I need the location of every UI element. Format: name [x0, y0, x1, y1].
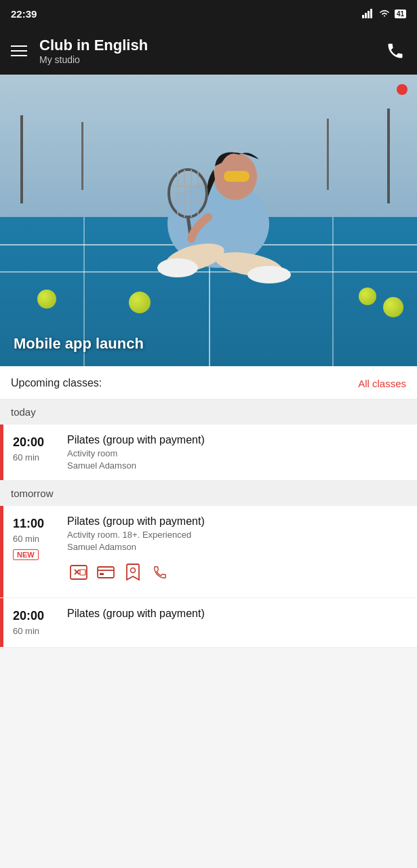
tennis-ball-3 [359, 288, 376, 305]
status-time: 22:39 [11, 8, 37, 20]
class-info-20[interactable]: Pilates (group with payment) [64, 598, 417, 647]
class-info-11[interactable]: Pilates (group with payment) Activity ro… [64, 506, 417, 597]
all-classes-link[interactable]: All classes [358, 378, 406, 389]
app-title: Club in English [39, 37, 384, 54]
class-actions [67, 558, 410, 588]
class-location-11: Activity room. 18+. Experienced [67, 530, 410, 540]
class-card-tomorrow-1: 11:00 60 min NEW Pilates (group with pay… [0, 506, 417, 598]
battery-icon: 41 [395, 9, 406, 18]
svg-point-10 [247, 266, 291, 283]
lamp-post4 [327, 119, 329, 190]
class-location: Activity room [67, 448, 410, 458]
status-icons: 41 [362, 9, 406, 18]
tennis-ball-2 [129, 292, 151, 313]
cancel-booking-icon[interactable] [70, 564, 87, 581]
upcoming-label: Upcoming classes: [11, 377, 102, 389]
svg-rect-20 [71, 566, 87, 579]
notification-dot [397, 84, 408, 95]
new-badge: NEW [13, 549, 39, 560]
class-time-block: 20:00 60 min [3, 425, 64, 480]
phone-icon [386, 41, 405, 60]
hero-overlay-text: Mobile app launch [14, 335, 144, 353]
class-card: 20:00 60 min Pilates (group with payment… [0, 425, 417, 481]
header-phone-button[interactable] [384, 40, 406, 62]
payment-icon[interactable] [97, 564, 115, 581]
app-subtitle: My studio [39, 54, 384, 65]
lamp-post3 [81, 122, 83, 190]
svg-rect-24 [98, 567, 114, 578]
svg-rect-26 [100, 573, 104, 575]
svg-rect-3 [370, 9, 372, 18]
header-title-block: Club in English My studio [39, 37, 384, 65]
court-side-line2 [332, 217, 334, 366]
svg-rect-1 [365, 13, 367, 18]
class-duration-20: 60 min [13, 626, 39, 636]
class-card-tomorrow-2: 20:00 60 min Pilates (group with payment… [0, 598, 417, 648]
hero-banner: Mobile app launch [0, 75, 417, 366]
class-trainer: Samuel Adamson [67, 460, 410, 471]
app-header: Club in English My studio [0, 27, 417, 75]
call-icon[interactable] [151, 564, 169, 581]
class-time-block-11: 11:00 60 min NEW [3, 506, 64, 597]
class-time-11: 11:00 [13, 517, 44, 531]
class-duration: 60 min [13, 452, 39, 462]
class-time-block-20: 20:00 60 min [3, 598, 64, 647]
class-name-20: Pilates (group with payment) [67, 608, 410, 620]
hero-person-illustration [123, 122, 313, 298]
tennis-ball-4 [383, 297, 403, 317]
class-time-20: 20:00 [13, 609, 44, 623]
signal-icon [362, 9, 374, 18]
lamp-post [20, 115, 23, 203]
wifi-icon [378, 9, 391, 18]
svg-rect-2 [368, 11, 370, 18]
lamp-post2 [387, 108, 390, 203]
upcoming-classes-header: Upcoming classes: All classes [0, 366, 417, 399]
svg-point-9 [157, 258, 198, 277]
class-name-11: Pilates (group with payment) [67, 515, 410, 528]
status-bar: 22:39 41 [0, 0, 417, 27]
day-separator-today: today [0, 399, 417, 425]
class-name: Pilates (group with payment) [67, 434, 410, 446]
bookmark-icon[interactable] [124, 564, 142, 581]
svg-point-27 [131, 568, 136, 573]
svg-rect-23 [80, 570, 85, 575]
day-separator-tomorrow: tomorrow [0, 481, 417, 506]
class-trainer-11: Samuel Adamson [67, 542, 410, 552]
class-time: 20:00 [13, 435, 44, 450]
svg-rect-0 [362, 15, 364, 18]
class-duration-11: 60 min [13, 534, 39, 544]
menu-button[interactable] [11, 45, 27, 56]
class-info[interactable]: Pilates (group with payment) Activity ro… [64, 425, 417, 480]
tennis-ball-1 [37, 290, 56, 309]
svg-rect-6 [224, 171, 250, 182]
